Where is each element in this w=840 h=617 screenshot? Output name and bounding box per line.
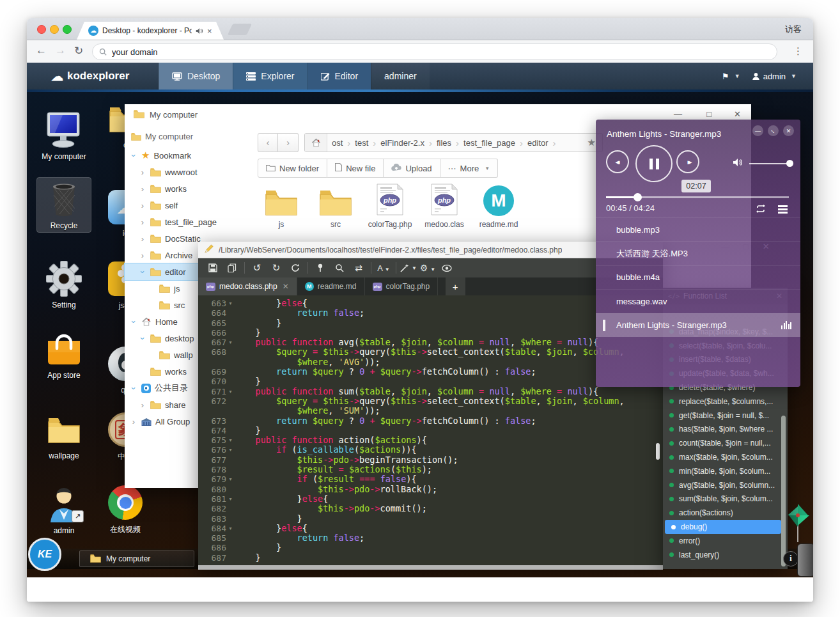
sidebar-item-self[interactable]: ›self — [125, 197, 253, 214]
function-list-item[interactable]: error() — [663, 534, 781, 548]
search-icon[interactable] — [330, 258, 349, 277]
chevron-right-icon[interactable]: › — [139, 201, 146, 210]
seek-bar[interactable] — [606, 196, 789, 198]
function-list-item[interactable]: min($table, $join, $colum... — [663, 464, 781, 478]
player-close-icon[interactable]: ✕ — [783, 125, 794, 136]
function-list-item[interactable]: get($table, $join = null, $... — [663, 409, 781, 423]
taskbar-task[interactable]: My computer — [79, 551, 194, 567]
file-item-readme.md[interactable]: Mreadme.md — [473, 182, 524, 229]
undo-icon[interactable]: ↺ — [247, 258, 267, 277]
function-list-item[interactable]: action($actions) — [663, 506, 781, 520]
save-icon[interactable] — [203, 258, 222, 277]
window-close-button[interactable] — [37, 25, 46, 34]
function-list-item[interactable]: count($table, $join = null,... — [663, 436, 781, 450]
editor-tab-colorTag.php[interactable]: phpcolorTag.php — [365, 277, 439, 295]
breadcrumb-item[interactable]: files — [432, 138, 456, 148]
volume-knob[interactable] — [786, 160, 793, 167]
upload-button[interactable]: Upload — [384, 159, 440, 178]
browser-tab[interactable]: ☁ Desktop - kodexplorer - Pov × — [77, 22, 224, 40]
editor-scrollbar-thumb[interactable] — [656, 443, 660, 460]
playlist-item[interactable]: message.wav — [596, 289, 800, 313]
playlist-item[interactable]: Anthem Lights - Stranger.mp3 — [596, 313, 800, 337]
language-menu[interactable]: ⚑▼ — [722, 72, 740, 81]
chevron-down-icon[interactable]: › — [138, 268, 148, 276]
chevron-right-icon[interactable]: › — [139, 184, 146, 194]
window-minimize-button[interactable] — [50, 25, 59, 34]
desktop-icon-my-computer[interactable]: My computer — [37, 109, 91, 163]
tab-audio-icon[interactable] — [196, 27, 203, 35]
back-button[interactable]: ← — [36, 44, 47, 57]
file-item-medoo.clas[interactable]: phpmedoo.clas — [419, 182, 470, 229]
nav-item-adminer[interactable]: adminer — [371, 63, 430, 90]
function-list-item[interactable]: avg($table, $join, $column... — [663, 478, 781, 492]
chevron-right-icon[interactable]: › — [139, 217, 146, 227]
history-forward-button[interactable]: › — [278, 133, 299, 152]
function-list-item[interactable]: debug() — [665, 520, 781, 534]
chevron-down-icon[interactable]: › — [138, 334, 148, 342]
editor-tab-medoo.class.php[interactable]: phpmedoo.class.php✕ — [198, 277, 297, 295]
redo-icon[interactable]: ↻ — [267, 258, 286, 277]
player-minimize-icon[interactable]: — — [752, 125, 763, 136]
pin-icon[interactable] — [311, 258, 330, 277]
next-track-button[interactable]: ▸▸ — [676, 150, 699, 173]
home-button[interactable] — [305, 134, 327, 152]
new-editor-tab-button[interactable]: + — [446, 277, 465, 295]
playlist-item[interactable]: bubble.mp3 — [596, 217, 800, 241]
desktop-icon-setting[interactable]: Setting — [37, 257, 91, 311]
refresh-icon[interactable] — [286, 258, 305, 277]
user-menu[interactable]: admin ▼ — [752, 72, 797, 81]
function-list-item[interactable]: sum($table, $join, $colum... — [663, 492, 781, 506]
more-button[interactable]: ⋯More▼ — [440, 159, 499, 178]
sidebar-item-works[interactable]: ›works — [125, 180, 253, 197]
new-file-button[interactable]: New file — [327, 159, 384, 178]
browser-menu-icon[interactable]: ⋮ — [793, 45, 803, 57]
seek-knob[interactable] — [634, 193, 642, 201]
tab-close-icon[interactable]: ✕ — [283, 282, 289, 291]
chevron-right-icon[interactable]: › — [139, 400, 146, 410]
sidebar-root[interactable]: My computer — [125, 125, 253, 147]
sidebar-item-wwwroot[interactable]: ›wwwroot — [125, 164, 253, 180]
function-list-item[interactable]: max($table, $join, $colum... — [663, 450, 781, 464]
desktop-icon-admin[interactable]: ↗admin — [37, 483, 91, 537]
function-list-item[interactable]: has($table, $join, $where ... — [663, 423, 781, 437]
file-item-src[interactable]: src — [310, 182, 361, 229]
volume-icon[interactable] — [733, 158, 743, 169]
file-item-js[interactable]: js — [256, 182, 307, 229]
reload-button[interactable]: ↻ — [74, 44, 83, 58]
copy-icon[interactable] — [222, 258, 242, 277]
font-icon[interactable]: A ▼ — [374, 258, 393, 277]
new-folder-button[interactable]: New folder — [258, 159, 327, 178]
function-list-scrollbar-thumb[interactable] — [781, 416, 786, 566]
wand-icon[interactable]: ▼ — [399, 258, 418, 277]
repeat-icon[interactable] — [756, 204, 766, 215]
url-bar[interactable]: your domain — [92, 43, 777, 60]
pause-button[interactable] — [635, 145, 673, 182]
function-list-item[interactable]: replace($table, $columns,... — [663, 394, 781, 409]
window-zoom-button[interactable] — [63, 25, 72, 34]
chevron-down-icon[interactable]: › — [129, 152, 139, 159]
minimize-icon[interactable]: — — [674, 109, 682, 119]
chevron-down-icon[interactable]: › — [129, 318, 139, 325]
info-button[interactable]: i — [783, 551, 798, 566]
chevron-right-icon[interactable]: › — [139, 234, 146, 244]
breadcrumb-item[interactable]: ost — [327, 138, 347, 148]
swap-icon[interactable]: ⇄ — [349, 258, 368, 277]
page-scrollbar-thumb[interactable] — [797, 543, 813, 577]
file-item-colorTag.php[interactable]: phpcolorTag.php — [364, 182, 416, 229]
history-back-button[interactable]: ‹ — [258, 133, 278, 152]
breadcrumb-item[interactable]: test_file_page — [459, 138, 520, 148]
chevron-right-icon[interactable]: › — [139, 251, 146, 260]
breadcrumb-item[interactable]: test — [350, 138, 373, 148]
close-icon[interactable]: ✕ — [734, 109, 741, 119]
breadcrumb-item[interactable]: editor — [523, 138, 553, 148]
new-tab-button[interactable] — [228, 24, 252, 35]
previous-track-button[interactable]: ◂◂ — [606, 150, 629, 173]
desktop-icon-app-store[interactable]: App store — [37, 327, 91, 382]
chevron-down-icon[interactable]: › — [129, 384, 139, 392]
start-button[interactable]: KE — [28, 538, 61, 571]
sidebar-item-Bookmark[interactable]: ›★Bookmark — [125, 147, 253, 164]
forward-button[interactable]: → — [55, 44, 66, 57]
code-area[interactable]: 663▾ }else{664 return false;665 }666 }66… — [198, 295, 663, 565]
sidebar-item-test_file_page[interactable]: ›test_file_page — [125, 214, 253, 230]
playlist-item[interactable]: bubble.m4a — [596, 265, 800, 289]
